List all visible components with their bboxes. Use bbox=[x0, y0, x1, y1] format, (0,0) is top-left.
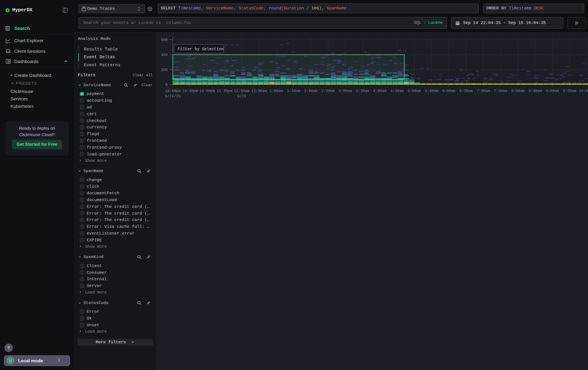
svg-text:9/15: 9/15 bbox=[237, 94, 246, 98]
svg-text:8:00am: 8:00am bbox=[511, 89, 525, 93]
svg-text:2:30am: 2:30am bbox=[321, 89, 335, 93]
svg-text:2:00am: 2:00am bbox=[304, 89, 317, 93]
svg-text:6:00am: 6:00am bbox=[442, 89, 455, 93]
svg-text:10:30pm: 10:30pm bbox=[182, 89, 198, 93]
svg-text:1:00am: 1:00am bbox=[270, 89, 283, 93]
svg-text:12:30am: 12:30am bbox=[251, 89, 267, 93]
svg-text:10:00pm: 10:00pm bbox=[165, 89, 180, 93]
svg-text:0: 0 bbox=[165, 83, 168, 87]
svg-text:5:30am: 5:30am bbox=[425, 89, 438, 93]
svg-text:5:00am: 5:00am bbox=[408, 89, 421, 93]
svg-text:9:00am: 9:00am bbox=[546, 89, 559, 93]
svg-text:1:30am: 1:30am bbox=[287, 89, 300, 93]
svg-text:11:00pm: 11:00pm bbox=[199, 89, 215, 93]
svg-text:6:30am: 6:30am bbox=[459, 89, 472, 93]
svg-text:9:30am: 9:30am bbox=[563, 89, 576, 93]
svg-text:3:30am: 3:30am bbox=[356, 89, 369, 93]
svg-text:7:30am: 7:30am bbox=[494, 89, 507, 93]
svg-text:4:30am: 4:30am bbox=[390, 89, 404, 93]
svg-text:12:00am: 12:00am bbox=[234, 89, 249, 93]
svg-text:Filter by Selection: Filter by Selection bbox=[178, 47, 223, 51]
svg-text:400: 400 bbox=[161, 53, 168, 57]
svg-text:4:00am: 4:00am bbox=[373, 89, 386, 93]
svg-text:10:00am: 10:00am bbox=[579, 89, 588, 93]
svg-text:3:00am: 3:00am bbox=[338, 89, 352, 93]
svg-text:200: 200 bbox=[161, 68, 168, 72]
svg-text:600: 600 bbox=[161, 38, 168, 42]
svg-text:9/14/25: 9/14/25 bbox=[165, 94, 180, 98]
svg-text:11:30pm: 11:30pm bbox=[217, 89, 232, 93]
svg-text:7:00am: 7:00am bbox=[477, 89, 490, 93]
svg-text:8:30am: 8:30am bbox=[528, 89, 542, 93]
